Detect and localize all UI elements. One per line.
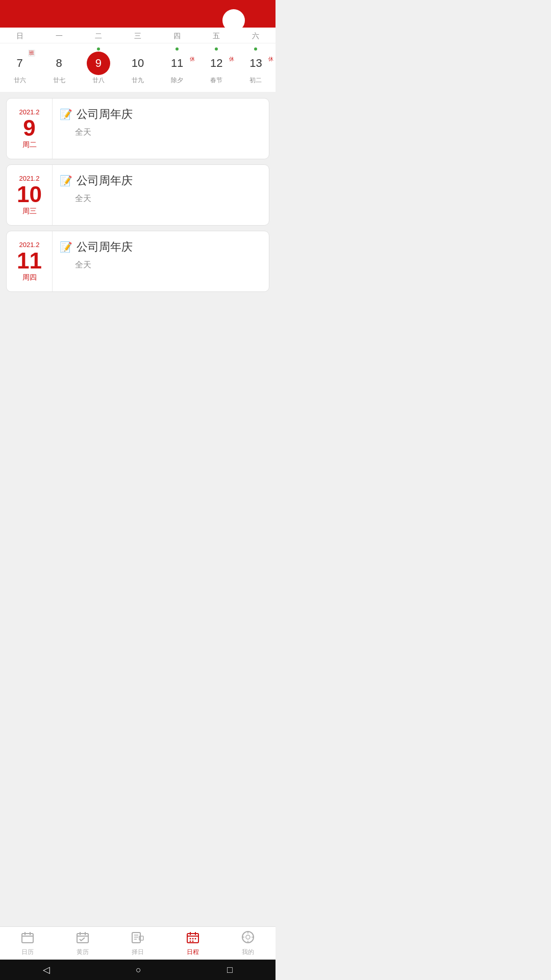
schedule-area: 2021.2 9 周二 📝 公司周年庆 全天 2021.2 10 周三 📝 公司… (0, 94, 276, 296)
date-number-8: 8 (47, 52, 71, 75)
event-title-2: 公司周年庆 (77, 239, 133, 255)
date-cell-7[interactable]: 7廿六班 (0, 45, 39, 87)
holiday-badge-13: 休 (268, 56, 273, 63)
lunar-12: 春节 (210, 76, 222, 85)
lunar-10: 廿九 (132, 76, 144, 85)
card-day-1: 10 (17, 183, 42, 206)
card-weekday-0: 周二 (22, 140, 37, 150)
card-date-1: 2021.2 10 周三 (7, 165, 53, 225)
event-time-2: 全天 (75, 260, 262, 271)
event-time-1: 全天 (75, 193, 262, 204)
date-cell-12[interactable]: 12春节休 (197, 45, 236, 87)
lunar-11: 除夕 (171, 76, 183, 85)
event-title-1: 公司周年庆 (77, 173, 133, 188)
event-row-1: 📝 公司周年庆 (60, 173, 262, 188)
schedule-card-0[interactable]: 2021.2 9 周二 📝 公司周年庆 全天 (6, 98, 269, 159)
holiday-badge-11: 休 (190, 56, 195, 63)
weekday-tue: 二 (79, 32, 118, 41)
badge-7: 班 (28, 50, 35, 57)
card-weekday-1: 周三 (22, 207, 37, 216)
event-icon-1: 📝 (60, 175, 72, 187)
card-weekday-2: 周四 (22, 273, 37, 282)
weekday-sat: 六 (236, 32, 276, 41)
holiday-badge-12: 休 (229, 56, 234, 63)
date-cell-9[interactable]: 9廿八 (79, 45, 118, 87)
card-year-month-1: 2021.2 (19, 175, 40, 182)
date-row: 7廿六班8廿七9廿八10廿九11除夕休12春节休13初二休 (0, 43, 276, 92)
card-date-0: 2021.2 9 周二 (7, 99, 53, 159)
date-number-13: 13 (244, 52, 267, 75)
event-row-0: 📝 公司周年庆 (60, 107, 262, 122)
date-number-9: 9 (87, 52, 110, 75)
weekday-mon: 一 (39, 32, 79, 41)
date-cell-8[interactable]: 8廿七 (39, 45, 79, 87)
card-year-month-0: 2021.2 (19, 108, 40, 116)
lunar-7: 廿六 (14, 76, 26, 85)
weekday-thu: 四 (158, 32, 197, 41)
event-icon-0: 📝 (60, 108, 72, 120)
card-content-0: 📝 公司周年庆 全天 (53, 99, 269, 159)
date-cell-13[interactable]: 13初二休 (236, 45, 276, 87)
today-button[interactable] (222, 9, 245, 32)
weekday-fri: 五 (197, 32, 236, 41)
date-number-10: 10 (126, 52, 149, 75)
card-day-0: 9 (23, 117, 35, 139)
event-row-2: 📝 公司周年庆 (60, 239, 262, 255)
event-title-0: 公司周年庆 (77, 107, 133, 122)
lunar-9: 廿八 (92, 76, 105, 85)
date-number-11: 11 (165, 52, 189, 75)
card-date-2: 2021.2 11 周四 (7, 231, 53, 291)
event-icon-2: 📝 (60, 241, 72, 253)
weekday-sun: 日 (0, 32, 39, 41)
date-number-12: 12 (205, 52, 228, 75)
weekday-wed: 三 (118, 32, 157, 41)
header (0, 15, 276, 28)
card-content-2: 📝 公司周年庆 全天 (53, 231, 269, 291)
schedule-card-1[interactable]: 2021.2 10 周三 📝 公司周年庆 全天 (6, 164, 269, 226)
date-cell-10[interactable]: 10廿九 (118, 45, 157, 87)
card-content-1: 📝 公司周年庆 全天 (53, 165, 269, 225)
schedule-card-2[interactable]: 2021.2 11 周四 📝 公司周年庆 全天 (6, 231, 269, 292)
card-year-month-2: 2021.2 (19, 241, 40, 249)
card-day-2: 11 (17, 250, 42, 272)
date-cell-11[interactable]: 11除夕休 (158, 45, 197, 87)
lunar-8: 廿七 (53, 76, 65, 85)
lunar-13: 初二 (249, 76, 262, 85)
event-time-0: 全天 (75, 127, 262, 138)
